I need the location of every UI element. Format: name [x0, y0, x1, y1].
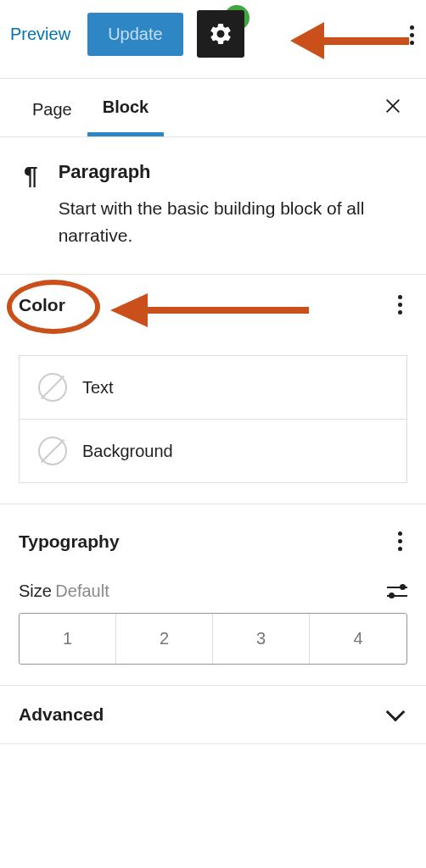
color-text-label: Text: [82, 378, 114, 398]
close-panel-button[interactable]: [377, 87, 409, 128]
settings-button[interactable]: [197, 10, 244, 58]
tab-block[interactable]: Block: [87, 79, 164, 136]
advanced-section-title: Advanced: [19, 704, 104, 725]
size-option-1[interactable]: 1: [20, 614, 116, 664]
section-typography: Typography Size Default 1 2 3 4: [0, 504, 426, 686]
paragraph-icon: ¶: [24, 163, 38, 248]
typography-options-button[interactable]: [393, 526, 407, 556]
color-list: Text Background: [19, 355, 407, 483]
size-default-label: Default: [55, 581, 109, 600]
size-label: Size: [19, 581, 52, 600]
no-color-icon: [38, 437, 67, 465]
more-options-button[interactable]: [410, 25, 414, 45]
color-options-button[interactable]: [393, 290, 407, 320]
block-title: Paragraph: [59, 161, 402, 183]
color-row-text[interactable]: Text: [20, 356, 406, 420]
color-section-title: Color: [19, 295, 65, 315]
close-icon: [384, 97, 402, 115]
size-options: 1 2 3 4: [19, 613, 407, 665]
sidebar-panel: Page Block ¶ Paragraph Start with the ba…: [0, 78, 426, 744]
tab-page[interactable]: Page: [17, 81, 87, 135]
block-description: Start with the basic building block of a…: [59, 195, 402, 248]
gear-icon: [208, 21, 233, 47]
size-option-2[interactable]: 2: [116, 614, 213, 664]
section-advanced-toggle[interactable]: Advanced: [0, 686, 426, 743]
block-info: ¶ Paragraph Start with the basic buildin…: [0, 137, 426, 275]
preview-link[interactable]: Preview: [7, 19, 74, 49]
panel-tabs: Page Block: [0, 79, 426, 137]
color-background-label: Background: [82, 442, 173, 461]
size-option-4[interactable]: 4: [310, 614, 406, 664]
color-row-background[interactable]: Background: [20, 420, 406, 482]
custom-size-button[interactable]: [387, 587, 407, 597]
update-button[interactable]: Update: [87, 13, 183, 56]
no-color-icon: [38, 373, 67, 402]
typography-section-title: Typography: [19, 531, 120, 552]
annotation-arrow-settings: [290, 22, 409, 59]
section-color: Color Text Background: [0, 275, 426, 504]
size-option-3[interactable]: 3: [213, 614, 310, 664]
chevron-down-icon: [386, 703, 406, 722]
